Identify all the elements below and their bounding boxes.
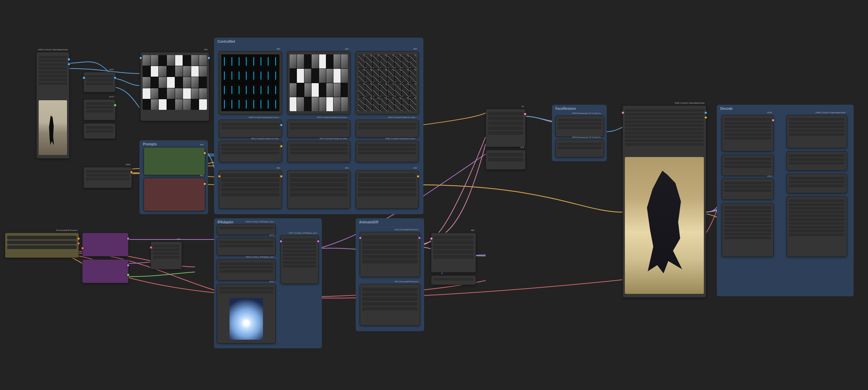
- group-title: FaceRestore: [555, 107, 576, 110]
- node-105[interactable]: #105 ComfyUI_IPAdapter_plus: [217, 259, 276, 281]
- node-label: #156: [126, 164, 130, 166]
- node-label: #10: [521, 146, 524, 148]
- node-label: #1 AnimateDiff Evolved: [56, 229, 77, 231]
- group-title: Prompts: [143, 142, 157, 146]
- node-label: #105 ComfyUI_IPAdapter_plus: [246, 256, 274, 258]
- preview-frames: [143, 55, 207, 110]
- node-label: #80: [345, 48, 348, 50]
- node-label: #172: [269, 234, 274, 236]
- node-28[interactable]: #28: [150, 242, 182, 270]
- node-label: #139 ComfyUI-VideoHelperSuite: [38, 49, 68, 51]
- node-label: #82: [277, 167, 280, 169]
- node-172[interactable]: #172: [83, 99, 116, 120]
- node-100[interactable]: #100 ComfyUI-Advanced-Contro...: [219, 120, 282, 138]
- node-83b[interactable]: [431, 275, 476, 285]
- node-label: #83: [471, 229, 474, 231]
- node-1-animatediff[interactable]: #1 AnimateDiff Evolved: [5, 233, 79, 258]
- node-label: #161 ComfyUI Nodes for Infer...: [251, 138, 280, 140]
- node-label: #80: [413, 48, 417, 50]
- node-loader-a[interactable]: [82, 233, 129, 257]
- node-159[interactable]: #159 Facerestore CF (Code Fo...: [555, 140, 604, 157]
- node-label: #152: [269, 281, 274, 283]
- node-82a[interactable]: #82: [219, 170, 282, 209]
- node-83[interactable]: #83: [431, 233, 476, 273]
- group-title: AnimateDiff: [359, 220, 378, 224]
- node-186d[interactable]: [787, 196, 847, 257]
- node-162[interactable]: #162: [722, 179, 774, 200]
- preview-output: [625, 157, 704, 294]
- preview-pose: [221, 54, 279, 111]
- node-191[interactable]: #191: [83, 72, 116, 92]
- preview-dancer: [39, 100, 67, 155]
- node-80c[interactable]: #80: [356, 51, 419, 114]
- node-label: #186 ComfyUI-VideoHelperSuite: [816, 112, 845, 114]
- node-label: #162: [767, 175, 772, 177]
- node-label: #65: [200, 144, 203, 146]
- node-167[interactable]: #167 ComfyUI Nodes for Infer...: [287, 141, 350, 162]
- node-172c[interactable]: #172: [217, 238, 276, 256]
- node-label: #50: [204, 49, 208, 51]
- node-label: #82: [345, 167, 348, 169]
- preview-lineart: [358, 54, 416, 111]
- node-label: #107 ComfyUI_IPAdapter_plus: [289, 232, 317, 234]
- node-label: #163 ComfyUI-Advanced-Contro...: [385, 138, 417, 140]
- node-4[interactable]: #4: [486, 109, 526, 147]
- node-186[interactable]: #186 ComfyUI-VideoHelperSuite: [787, 115, 847, 148]
- node-166[interactable]: #166: [722, 115, 774, 152]
- node-80a[interactable]: #80: [219, 51, 282, 114]
- node-label: #158 Facerestore CF (Code Fo...: [572, 112, 602, 114]
- node-186b[interactable]: [787, 151, 847, 171]
- node-label: #191: [109, 68, 114, 70]
- preview-reference: [229, 298, 263, 340]
- node-label: #159 Facerestore CF (Code Fo...: [572, 136, 602, 138]
- node-104[interactable]: #104 ComfyUI_IPAdapter_plus: [217, 224, 276, 235]
- node-50-imagegrid[interactable]: #50: [140, 52, 209, 121]
- node-107[interactable]: #107 ComfyUI_IPAdapter_plus: [280, 235, 319, 284]
- group-title: Decode: [720, 107, 733, 110]
- node-label: #100 ComfyUI-Advanced-Contro...: [249, 116, 280, 118]
- node-label: #166: [767, 112, 772, 114]
- node-label: #82: [413, 167, 417, 169]
- node-label: #169 ComfyUI-VideoHelperSuite: [675, 102, 705, 104]
- node-label: #115 AnimateDiff Evolved: [395, 229, 418, 231]
- node-82c[interactable]: #82: [356, 170, 419, 209]
- node-label: #80: [277, 48, 280, 50]
- node-166b[interactable]: [722, 155, 774, 176]
- node-loader-b[interactable]: [82, 259, 129, 283]
- node-dec3[interactable]: [722, 203, 774, 257]
- node-prompt-negative[interactable]: #66: [144, 178, 205, 211]
- node-158[interactable]: #158 Facerestore CF (Code Fo...: [555, 116, 604, 137]
- node-172b[interactable]: [83, 123, 116, 139]
- node-114[interactable]: #114 AnimateDiff Evolved: [360, 284, 420, 326]
- node-115[interactable]: #115 AnimateDiff Evolved: [360, 232, 420, 277]
- node-10[interactable]: #10: [486, 150, 526, 170]
- node-156[interactable]: #156: [83, 167, 132, 188]
- node-label: #101 ComfyUI-Advanced-Contro...: [317, 116, 348, 118]
- node-label: #4: [522, 105, 524, 107]
- node-101[interactable]: #101 ComfyUI-Advanced-Contro...: [287, 120, 350, 138]
- node-186c[interactable]: [787, 174, 847, 193]
- preview-depth: [290, 54, 348, 111]
- node-label: #167 ComfyUI Nodes for Infer...: [320, 138, 348, 140]
- group-title: ControlNet: [218, 40, 235, 43]
- node-prompt-positive[interactable]: #65: [144, 147, 205, 175]
- node-label: #114 AnimateDiff Evolved: [395, 281, 418, 283]
- node-82b[interactable]: #82: [287, 170, 350, 209]
- node-label: #172: [109, 96, 114, 98]
- node-161[interactable]: #161 ComfyUI Nodes for Infer...: [219, 141, 282, 162]
- node-102[interactable]: #102 ComfyUI Nodes for Infer...: [356, 120, 419, 138]
- node-163[interactable]: #163 ComfyUI-Advanced-Contro...: [356, 141, 419, 162]
- node-80b[interactable]: #80: [287, 51, 350, 114]
- node-output-preview[interactable]: #169 ComfyUI-VideoHelperSuite: [622, 105, 706, 298]
- node-label: #28: [177, 238, 180, 240]
- node-label: #66: [200, 174, 203, 177]
- group-title: IPAdapter: [218, 220, 234, 224]
- node-label: #104 ComfyUI_IPAdapter_plus: [246, 221, 274, 223]
- node-152[interactable]: #152: [217, 284, 276, 343]
- node-video-load[interactable]: #139 ComfyUI-VideoHelperSuite: [36, 52, 69, 159]
- node-label: #102 ComfyUI Nodes for Infer...: [388, 116, 417, 118]
